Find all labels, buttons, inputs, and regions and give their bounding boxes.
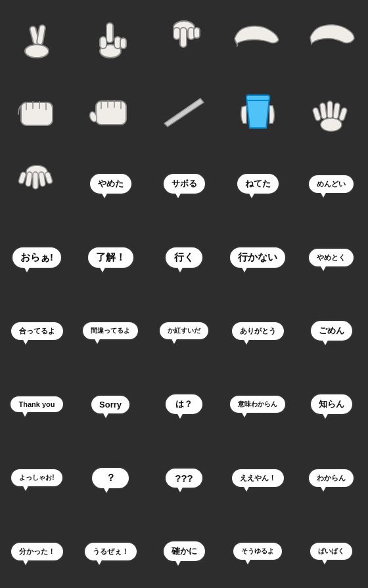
hand-wave-1-icon: [231, 14, 284, 60]
cell-r5c1[interactable]: 合ってるよ: [0, 294, 74, 368]
cell-r4c4[interactable]: 行かない: [221, 220, 294, 294]
bubble-yossha: よっしゃお!: [10, 468, 63, 488]
cell-r2c2[interactable]: [74, 74, 147, 147]
hand-point-down-icon: [158, 14, 210, 60]
bubble-thankyou: Thank you: [9, 395, 64, 413]
cell-r5c4[interactable]: ありがとう: [221, 294, 294, 368]
cell-r3c1[interactable]: [0, 147, 74, 220]
hand-scissors-icon: [11, 14, 63, 60]
cell-r4c3[interactable]: 行く: [147, 220, 221, 294]
bubble-saboru: サボる: [162, 173, 206, 195]
svg-rect-32: [33, 172, 38, 189]
cell-r6c5[interactable]: 知らん: [294, 368, 368, 441]
cell-r3c3[interactable]: サボる: [147, 147, 221, 220]
svg-rect-10: [173, 28, 180, 39]
svg-rect-24: [246, 95, 269, 100]
cell-r1c5[interactable]: [294, 0, 368, 74]
cell-r5c3[interactable]: か紅すいだ: [147, 294, 221, 368]
cell-r5c2[interactable]: 間違ってるよ: [74, 294, 147, 368]
bubble-yametoku: やめとく: [308, 247, 355, 268]
svg-rect-29: [312, 107, 321, 121]
cell-r4c5[interactable]: やめとく: [294, 220, 368, 294]
cell-r4c1[interactable]: おらぁ!: [0, 220, 74, 294]
svg-rect-12: [194, 28, 200, 38]
svg-rect-7: [120, 38, 126, 49]
bubble-paipaku: ぱいぱく: [309, 541, 354, 561]
cell-r1c3[interactable]: [147, 0, 221, 74]
svg-point-25: [321, 118, 342, 131]
svg-point-0: [25, 45, 49, 58]
bubble-oraa: おらぁ!: [11, 246, 62, 269]
cell-r8c5[interactable]: ぱいぱく: [294, 514, 368, 588]
bubble-imiwakaran: 意味わからん: [229, 394, 287, 414]
bubble-shiran: 知らん: [310, 393, 354, 415]
cell-r6c3[interactable]: は？: [147, 368, 221, 441]
bubble-mendoi: めんどい: [308, 174, 355, 194]
bubble-wakatta: 分かった！: [10, 541, 64, 562]
bubble-machigatteru: 間違ってるよ: [81, 321, 139, 341]
knife-icon: [158, 87, 210, 133]
bubble-uruzee: うるぜぇ！: [83, 541, 138, 562]
svg-rect-26: [327, 101, 333, 118]
hand-down-icon: [11, 161, 63, 207]
svg-rect-13: [21, 102, 53, 125]
cell-r4c2[interactable]: 了解！: [74, 220, 147, 294]
cell-r7c3[interactable]: ???: [147, 441, 221, 514]
cell-r2c4[interactable]: [221, 74, 294, 147]
hand-spread-icon: [305, 87, 357, 133]
cell-r3c2[interactable]: やめた: [74, 147, 147, 220]
svg-rect-9: [180, 28, 187, 47]
cell-r6c4[interactable]: 意味わからん: [221, 368, 294, 441]
bubble-ryokai: 了解！: [87, 246, 135, 269]
cell-r7c1[interactable]: よっしゃお!: [0, 441, 74, 514]
cell-r2c5[interactable]: [294, 74, 368, 147]
svg-rect-30: [338, 107, 348, 121]
bubble-atteru: 合ってるよ: [10, 321, 64, 341]
emoji-grid: やめた サボる ねてた めんどい おらぁ! 了解！ 行く 行かない: [0, 0, 368, 588]
bubble-sorry: Sorry: [90, 394, 131, 415]
cell-r2c3[interactable]: [147, 74, 221, 147]
bubble-wakaran: わからん: [308, 468, 355, 488]
svg-rect-18: [96, 101, 126, 125]
cell-r7c5[interactable]: わからん: [294, 441, 368, 514]
bubble-eeyan: ええやん！: [231, 468, 285, 488]
bubble-souyuruyo: そうゆるよ: [232, 541, 283, 561]
cell-r5c5[interactable]: ごめん: [294, 294, 368, 368]
fist-1-icon: [11, 87, 63, 133]
bubble-three-question: ???: [164, 467, 204, 489]
bubble-iku: 行く: [164, 246, 204, 269]
bubble-question: ？: [91, 467, 130, 490]
cell-r8c4[interactable]: そうゆるよ: [221, 514, 294, 588]
hand-wave-2-icon: [305, 14, 357, 60]
hand-point-up-icon: [84, 14, 137, 60]
cell-r1c2[interactable]: [74, 0, 147, 74]
cup-icon: [231, 87, 284, 133]
cell-r8c2[interactable]: うるぜぇ！: [74, 514, 147, 588]
cell-r2c1[interactable]: [0, 74, 74, 147]
cell-r7c2[interactable]: ？: [74, 441, 147, 514]
bubble-neteta: ねてた: [236, 173, 280, 195]
svg-rect-4: [106, 23, 113, 43]
svg-rect-5: [100, 37, 106, 49]
bubble-gomen: ごめん: [310, 320, 354, 342]
bubble-kakusu: か紅すいだ: [158, 321, 210, 341]
bubble-tashikani: 確かに: [162, 540, 206, 562]
cell-r8c3[interactable]: 確かに: [147, 514, 221, 588]
cell-r3c5[interactable]: めんどい: [294, 147, 368, 220]
fist-2-icon: [84, 87, 137, 133]
cell-r1c4[interactable]: [221, 0, 294, 74]
cell-r8c1[interactable]: 分かった！: [0, 514, 74, 588]
bubble-yameta: やめた: [89, 173, 133, 195]
svg-rect-2: [36, 25, 45, 45]
bubble-ikanai: 行かない: [229, 246, 287, 269]
cell-r7c4[interactable]: ええやん！: [221, 441, 294, 514]
cell-r6c2[interactable]: Sorry: [74, 368, 147, 441]
bubble-arigatou: ありがとう: [231, 321, 285, 341]
bubble-ha: は？: [164, 393, 204, 415]
cell-r3c4[interactable]: ねてた: [221, 147, 294, 220]
cell-r6c1[interactable]: Thank you: [0, 368, 74, 441]
cell-r1c1[interactable]: [0, 0, 74, 74]
